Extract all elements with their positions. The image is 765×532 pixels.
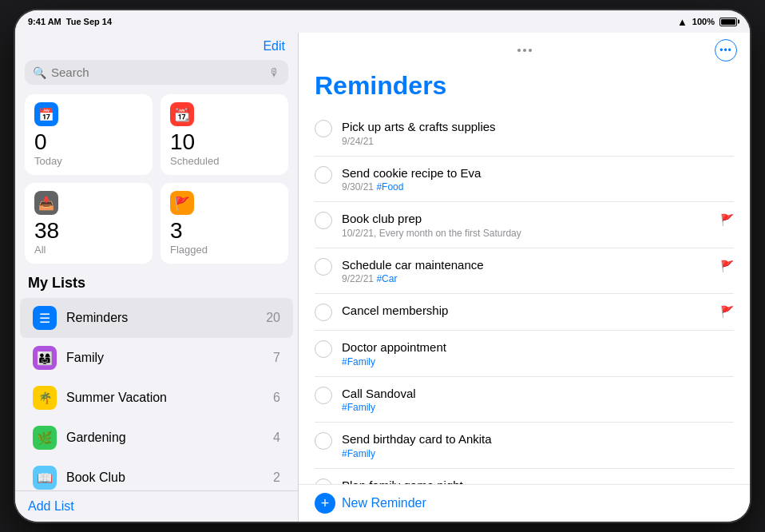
search-icon: 🔍 [33, 66, 46, 79]
tag-family-8: #Family [342, 448, 375, 459]
search-bar[interactable]: 🔍 🎙 [25, 60, 288, 85]
battery-percent: 100% [692, 17, 715, 26]
reminder-content-6: Doctor appointment #Family [342, 339, 734, 367]
reminder-circle-1[interactable] [315, 120, 332, 137]
reminder-circle-6[interactable] [315, 340, 332, 358]
reminder-circle-9[interactable] [315, 478, 332, 485]
list-item-gardening[interactable]: 🌿 Gardening 4 [20, 418, 293, 458]
new-reminder-bar: + New Reminder [299, 484, 750, 522]
list-count-family: 7 [273, 351, 280, 365]
list-name-summer-vacation: Summer Vacation [66, 391, 264, 405]
reminder-subtitle-7: #Family [342, 402, 734, 413]
smart-card-flagged[interactable]: 🚩 3 Flagged [161, 183, 288, 264]
new-reminder-button[interactable]: + New Reminder [315, 493, 426, 514]
reminder-subtitle-2: 9/30/21 #Food [342, 181, 734, 193]
list-icon-reminders: ☰ [33, 306, 57, 330]
list-count-gardening: 4 [273, 431, 280, 445]
today-label: Today [34, 155, 143, 167]
search-input[interactable] [51, 66, 264, 79]
reminder-item-5: Cancel membership 🚩 [315, 294, 734, 331]
reminder-circle-3[interactable] [315, 212, 332, 229]
status-bar: 9:41 AM Tue Sep 14 ▲ 100% [15, 10, 750, 33]
reminder-item-2: Send cookie recipe to Eva 9/30/21 #Food [315, 157, 734, 203]
right-panel: ••• Reminders Pick up arts & crafts supp… [299, 33, 750, 522]
flag-icon-5: 🚩 [720, 305, 734, 318]
edit-button[interactable]: Edit [263, 39, 285, 54]
list-item-family[interactable]: 👨‍👩‍👧 Family 7 [20, 338, 293, 378]
sidebar: Edit 🔍 🎙 📅 0 Today 📆 [15, 33, 299, 522]
more-options-button[interactable]: ••• [715, 39, 737, 62]
reminder-item-7: Call Sandoval #Family [315, 377, 734, 423]
scheduled-label: Scheduled [170, 155, 279, 167]
plus-circle-icon: + [315, 493, 335, 514]
flag-icon-3: 🚩 [720, 213, 734, 226]
today-count: 0 [34, 131, 143, 153]
tag-family-6: #Family [342, 356, 375, 367]
reminder-content-2: Send cookie recipe to Eva 9/30/21 #Food [342, 165, 734, 193]
list-icon-summer-vacation: 🌴 [33, 386, 57, 410]
battery-icon [719, 18, 737, 26]
new-reminder-label: New Reminder [342, 496, 426, 510]
list-count-book-club: 2 [273, 470, 280, 485]
smart-card-today[interactable]: 📅 0 Today [25, 94, 153, 175]
dots-menu [517, 49, 532, 52]
add-list-button[interactable]: Add List [28, 499, 74, 514]
smart-lists: 📅 0 Today 📆 10 Scheduled 📥 38 [15, 94, 298, 275]
list-item-summer-vacation[interactable]: 🌴 Summer Vacation 6 [20, 378, 293, 418]
reminder-circle-5[interactable] [315, 304, 332, 321]
reminder-circle-8[interactable] [315, 432, 332, 450]
list-name-family: Family [66, 351, 264, 365]
sidebar-header: Edit [15, 33, 298, 57]
tag-car: #Car [376, 273, 397, 284]
reminder-content-9: Plan family game night #Family [342, 478, 734, 485]
reminder-content-3: Book club prep 10/2/21, Every month on t… [342, 211, 711, 239]
reminder-subtitle-4: 9/22/21 #Car [342, 273, 711, 284]
list-name-book-club: Book Club [66, 470, 264, 485]
all-count: 38 [34, 220, 143, 242]
flagged-label: Flagged [170, 244, 279, 256]
reminder-circle-7[interactable] [315, 387, 332, 404]
today-icon: 📅 [34, 102, 58, 126]
reminder-content-1: Pick up arts & crafts supplies 9/24/21 [342, 119, 734, 147]
ellipsis-icon: ••• [719, 45, 732, 56]
right-header: ••• [299, 33, 750, 68]
smart-card-scheduled[interactable]: 📆 10 Scheduled [161, 94, 288, 175]
reminder-circle-2[interactable] [315, 166, 332, 184]
status-date: Tue Sep 14 [66, 17, 112, 26]
reminders-title: Reminders [299, 68, 750, 110]
list-item-reminders[interactable]: ☰ Reminders 20 [20, 298, 293, 338]
reminder-item-9: Plan family game night #Family [315, 469, 734, 485]
smart-card-all[interactable]: 📥 38 All [25, 183, 153, 264]
reminder-title-8: Send birthday card to Ankita [342, 431, 734, 447]
reminder-content-8: Send birthday card to Ankita #Family [342, 431, 734, 459]
scheduled-icon: 📆 [170, 102, 194, 126]
reminder-content-4: Schedule car maintenance 9/22/21 #Car [342, 257, 711, 285]
reminder-content-5: Cancel membership [342, 303, 711, 319]
list-icon-gardening: 🌿 [33, 426, 57, 450]
mic-icon[interactable]: 🎙 [269, 66, 280, 79]
reminder-title-4: Schedule car maintenance [342, 257, 711, 273]
reminder-subtitle-3: 10/2/21, Every month on the first Saturd… [342, 228, 711, 239]
reminder-title-7: Call Sandoval [342, 386, 734, 402]
tag-family-7: #Family [342, 402, 375, 413]
reminder-circle-4[interactable] [315, 258, 332, 276]
reminder-item-1: Pick up arts & crafts supplies 9/24/21 [315, 110, 734, 157]
all-icon: 📥 [34, 191, 58, 215]
reminder-subtitle-8: #Family [342, 448, 734, 459]
reminder-title-3: Book club prep [342, 211, 711, 227]
all-label: All [34, 244, 143, 256]
wifi-icon: ▲ [677, 16, 688, 28]
list-name-reminders: Reminders [66, 311, 256, 325]
reminder-title-1: Pick up arts & crafts supplies [342, 119, 734, 135]
list-name-gardening: Gardening [66, 431, 264, 445]
reminder-title-6: Doctor appointment [342, 339, 734, 355]
list-item-book-club[interactable]: 📖 Book Club 2 [20, 458, 293, 490]
list-count-reminders: 20 [266, 311, 280, 325]
list-icon-book-club: 📖 [33, 466, 57, 490]
reminder-content-7: Call Sandoval #Family [342, 386, 734, 414]
status-time: 9:41 AM [28, 17, 61, 26]
reminder-item-6: Doctor appointment #Family [315, 331, 734, 377]
list-count-summer-vacation: 6 [273, 391, 280, 405]
tag-food: #Food [376, 181, 403, 193]
my-lists-header: My Lists [15, 275, 298, 298]
